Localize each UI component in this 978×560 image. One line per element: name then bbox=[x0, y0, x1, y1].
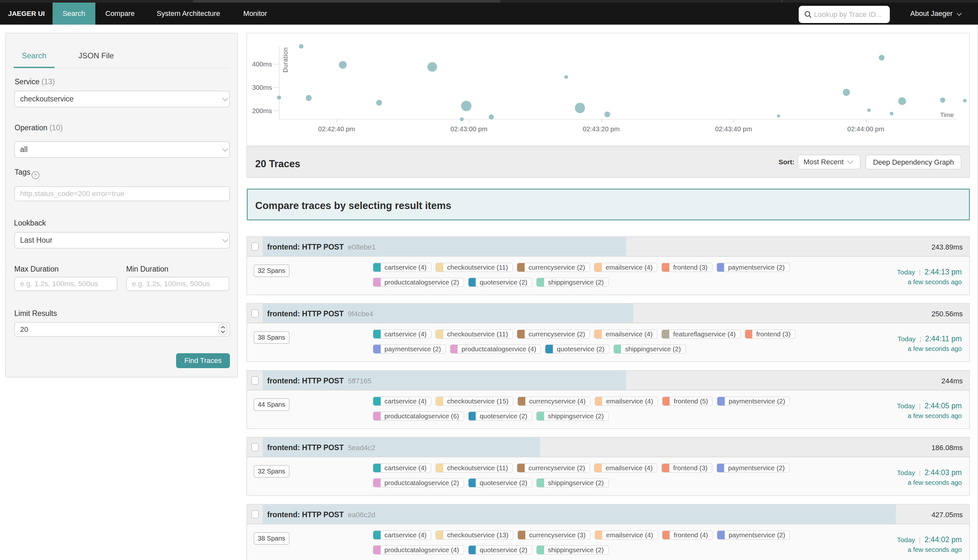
svg-text:?: ? bbox=[34, 172, 37, 178]
